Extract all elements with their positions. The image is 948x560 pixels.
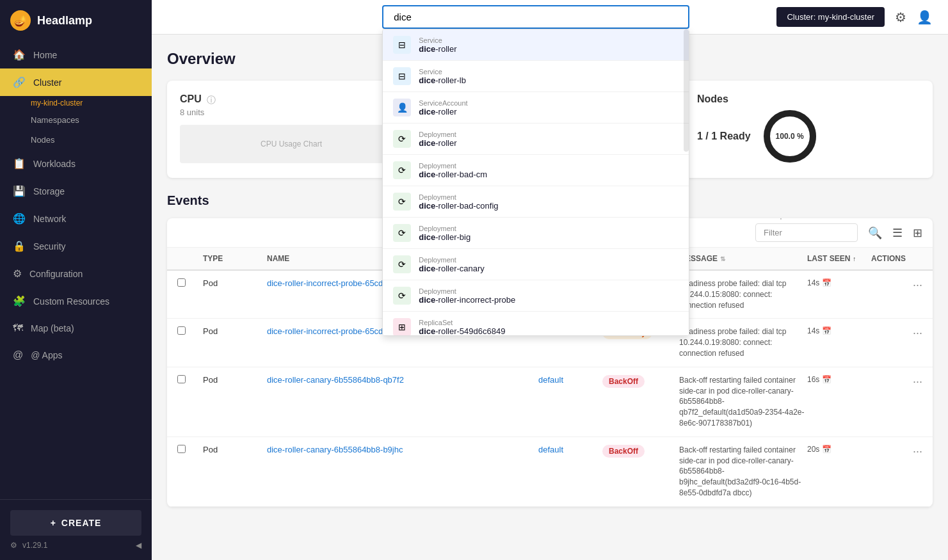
- sidebar-item-network[interactable]: 🌐 Network: [0, 205, 152, 232]
- search-result-item[interactable]: ⟳ Deployment dice-roller-canary: [383, 249, 689, 280]
- sidebar-item-nodes[interactable]: Nodes: [0, 130, 152, 150]
- row-namespace[interactable]: default: [538, 445, 602, 454]
- search-item-name: dice-roller-bad-cm: [419, 170, 679, 179]
- search-item-info: Deployment dice-roller-big: [419, 225, 679, 242]
- sidebar-item-label: Map (beta): [31, 323, 74, 333]
- calendar-icon: 📅: [822, 278, 832, 287]
- search-item-type: Deployment: [419, 225, 679, 232]
- nodes-card-title: Nodes: [697, 93, 920, 105]
- row-type: Pod: [203, 278, 267, 288]
- row-checkbox: [177, 278, 203, 289]
- row-checkbox-input[interactable]: [177, 445, 186, 453]
- calendar-icon: 📅: [822, 375, 832, 384]
- search-result-item[interactable]: ⊞ ReplicaSet dice-roller-549d6c6849: [383, 312, 689, 336]
- filter-icon[interactable]: ☰: [892, 226, 903, 240]
- dropdown-scrollbar[interactable]: [684, 29, 689, 152]
- sidebar-item-home[interactable]: 🏠 Home: [0, 41, 152, 68]
- search-result-item[interactable]: ⟳ Deployment dice-roller-incorrect-probe: [383, 280, 689, 312]
- search-item-info: Service dice-roller: [419, 36, 679, 54]
- row-namespace[interactable]: default: [538, 375, 602, 385]
- sidebar-item-storage[interactable]: 💾 Storage: [0, 177, 152, 205]
- search-item-type: Deployment: [419, 287, 679, 295]
- grid-view-icon[interactable]: ⊞: [913, 226, 922, 240]
- col-checkbox: [177, 254, 203, 263]
- namespaces-label: Namespaces: [758, 218, 799, 220]
- sidebar-item-security[interactable]: 🔒 Security: [0, 232, 152, 260]
- sidebar-item-custom-resources[interactable]: 🧩 Custom Resources: [0, 287, 152, 315]
- search-result-item[interactable]: ⟳ Deployment dice-roller-big: [383, 218, 689, 249]
- row-checkbox-input[interactable]: [177, 278, 186, 287]
- sidebar-item-apps[interactable]: @ @ Apps: [0, 342, 152, 369]
- nodes-fraction: 1 / 1 Ready: [697, 131, 751, 142]
- search-result-item[interactable]: ⊟ Service dice-roller: [383, 29, 689, 61]
- row-name[interactable]: dice-roller-canary-6b55864bb8-b9jhc: [267, 445, 538, 454]
- search-result-item[interactable]: ⟳ Deployment dice-roller-bad-config: [383, 186, 689, 218]
- collapse-icon[interactable]: ◀: [136, 541, 141, 550]
- sidebar-item-label: Home: [33, 50, 57, 60]
- calendar-icon: 📅: [822, 326, 832, 335]
- network-icon: 🌐: [13, 212, 26, 225]
- row-message: Readiness probe failed: dial tcp 10.244.…: [679, 326, 807, 358]
- sidebar-item-label: @ Apps: [31, 350, 62, 360]
- cluster-button[interactable]: Cluster: my-kind-cluster: [776, 7, 885, 27]
- actions-menu-button[interactable]: ···: [913, 375, 922, 388]
- version-area: ⚙ v1.29.1 ◀: [10, 541, 141, 550]
- sidebar-item-map[interactable]: 🗺 Map (beta): [0, 315, 152, 342]
- search-item-info: ServiceAccount dice-roller: [419, 99, 679, 116]
- gear-icon[interactable]: ⚙: [895, 10, 906, 25]
- actions-menu-button[interactable]: ···: [913, 278, 922, 292]
- sidebar-item-cluster[interactable]: 🔗 Cluster: [0, 68, 152, 96]
- row-reason: BackOff: [602, 375, 679, 388]
- table-row: Pod dice-roller-canary-6b55864bb8-b9jhc …: [167, 437, 933, 507]
- search-item-type: Service: [419, 36, 679, 44]
- namespace-select[interactable]: Filter: [755, 223, 858, 242]
- cpu-units: 8 units: [180, 108, 403, 117]
- actions-menu-button[interactable]: ···: [913, 326, 922, 340]
- search-item-icon: ⟳: [393, 287, 411, 305]
- sidebar-item-namespaces[interactable]: Namespaces: [0, 110, 152, 130]
- row-actions: ···: [871, 326, 922, 340]
- search-item-type: Deployment: [419, 256, 679, 264]
- search-input[interactable]: [382, 5, 689, 29]
- configuration-icon: ⚙: [13, 268, 22, 280]
- search-result-item[interactable]: 👤 ServiceAccount dice-roller: [383, 92, 689, 124]
- row-actions: ···: [871, 278, 922, 292]
- row-name[interactable]: dice-roller-canary-6b55864bb8-qb7f2: [267, 375, 538, 385]
- row-message: Back-off restarting failed container sid…: [679, 445, 807, 499]
- create-button[interactable]: + CREATE: [10, 510, 141, 536]
- search-item-name: dice-roller: [419, 107, 679, 116]
- search-item-type: ServiceAccount: [419, 99, 679, 107]
- namespaces-label: Namespaces: [31, 115, 79, 125]
- search-result-item[interactable]: ⟳ Deployment dice-roller: [383, 124, 689, 155]
- search-item-name: dice-roller-lb: [419, 76, 679, 85]
- row-last-seen: 14s 📅: [807, 326, 871, 335]
- user-icon[interactable]: 👤: [917, 10, 933, 25]
- namespace-filter: Namespaces Filter: [755, 223, 858, 242]
- search-item-icon: ⟳: [393, 130, 411, 148]
- row-message: Back-off restarting failed container sid…: [679, 375, 807, 429]
- search-table-icon[interactable]: 🔍: [868, 226, 882, 240]
- row-type: Pod: [203, 326, 267, 336]
- row-checkbox: [177, 375, 203, 385]
- search-item-name: dice-roller-canary: [419, 264, 679, 273]
- sidebar-item-label: Storage: [33, 186, 65, 196]
- search-item-name: dice-roller-bad-config: [419, 201, 679, 211]
- sidebar-item-configuration[interactable]: ⚙ Configuration: [0, 260, 152, 287]
- workloads-icon: 📋: [13, 157, 26, 170]
- version-text: v1.29.1: [22, 541, 47, 550]
- row-checkbox-input[interactable]: [177, 375, 186, 383]
- nodes-label: Nodes: [31, 135, 55, 145]
- search-item-info: Deployment dice-roller-incorrect-probe: [419, 287, 679, 305]
- search-item-icon: 👤: [393, 99, 411, 116]
- search-item-icon: ⊟: [393, 36, 411, 54]
- actions-menu-button[interactable]: ···: [913, 445, 922, 458]
- table-row: Pod dice-roller-canary-6b55864bb8-qb7f2 …: [167, 367, 933, 437]
- search-result-item[interactable]: ⟳ Deployment dice-roller-bad-cm: [383, 155, 689, 186]
- search-result-item[interactable]: ⊟ Service dice-roller-lb: [383, 61, 689, 92]
- nodes-percent: 100.0 %: [776, 132, 804, 141]
- sidebar: 🪔 Headlamp 🏠 Home 🔗 Cluster my-kind-clus…: [0, 0, 152, 560]
- row-checkbox-input[interactable]: [177, 326, 186, 335]
- sidebar-item-workloads[interactable]: 📋 Workloads: [0, 150, 152, 177]
- main-area: ⊟ Service dice-roller ⊟ Service dice-rol…: [152, 0, 948, 560]
- search-item-icon: ⟳: [393, 224, 411, 242]
